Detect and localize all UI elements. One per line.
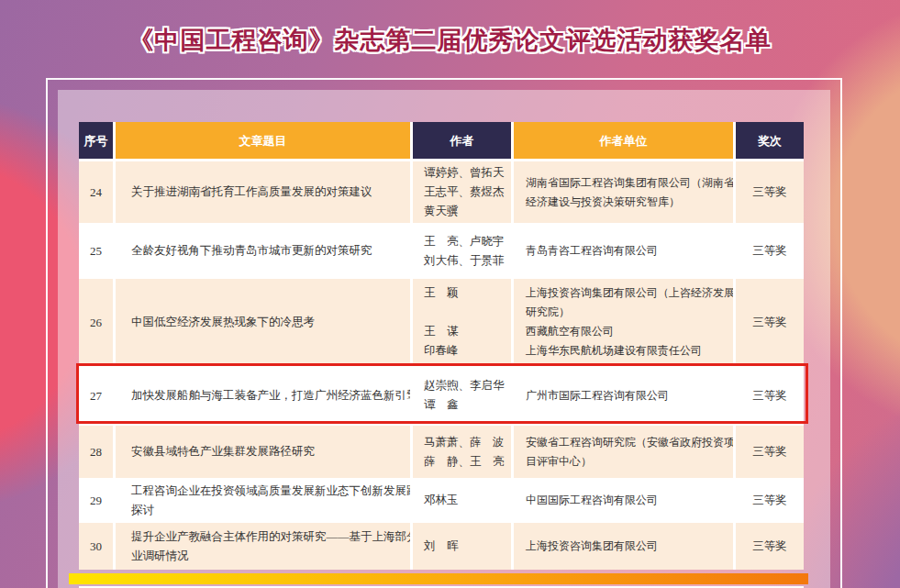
author-organization: 湖南省国际工程咨询集团有限公司（湖南省 经济建设与投资决策研究智库）: [514, 161, 733, 223]
award-level: 三等奖: [736, 226, 804, 276]
table-row-25: 25 全龄友好视角下推动青岛市城市更新的对策研究 王 亮、卢晓宇 刘大伟、于景菲…: [79, 226, 804, 276]
article-title: 关于推进湖南省托育工作高质量发展的对策建议: [116, 161, 410, 223]
table-row-30: 30 提升企业产教融合主体作用的对策研究——基于上海部分企 业调研情况 刘 晖 …: [79, 523, 804, 570]
row-number: 26: [79, 279, 113, 365]
row-number: 25: [79, 226, 113, 276]
table-row-28: 28 安徽县域特色产业集群发展路径研究 马萧萧、薛 波 薛 静、王 亮 安徽省工…: [79, 426, 804, 478]
article-title: 中国低空经济发展热现象下的冷思考: [116, 279, 410, 365]
bottom-gradient-bar: [69, 573, 808, 584]
table-row-26: 26 中国低空经济发展热现象下的冷思考 王 颖 王 谋 印春峰 上海投资咨询集团…: [79, 279, 804, 365]
author-organization: 安徽省工程咨询研究院（安徽省政府投资项 目评审中心）: [514, 426, 733, 478]
award-level: 三等奖: [736, 426, 804, 478]
authors: 王 亮、卢晓宇 刘大伟、于景菲: [413, 226, 511, 276]
article-title: 全龄友好视角下推动青岛市城市更新的对策研究: [116, 226, 410, 276]
authors: 刘 晖: [413, 523, 511, 570]
header-authors: 作者: [413, 122, 511, 159]
table-row-29: 29 工程咨询企业在投资领域高质量发展新业态下创新发展路径 探讨 邓林玉 中国国…: [79, 481, 804, 520]
row-number: 24: [79, 161, 113, 223]
award-level: 三等奖: [736, 481, 804, 520]
header-article-title: 文章题目: [116, 122, 410, 159]
authors: 邓林玉: [413, 481, 511, 520]
header-author-organization: 作者单位: [514, 122, 733, 159]
author-organization: 上海投资咨询集团有限公司（上咨经济发展 研究院） 西藏航空有限公司 上海华东民航…: [514, 279, 733, 365]
award-level: 三等奖: [736, 161, 804, 223]
row-number: 29: [79, 481, 113, 520]
page-title: 《中国工程咨询》杂志第二届优秀论文评选活动获奖名单: [0, 24, 900, 57]
author-organization: 中国国际工程咨询有限公司: [514, 481, 733, 520]
article-title: 提升企业产教融合主体作用的对策研究——基于上海部分企 业调研情况: [116, 523, 410, 570]
awards-table: 序号 文章题目 作者 作者单位 奖次 24 关于推进湖南省托育工作高质量发展的对…: [79, 122, 804, 570]
authors: 马萧萧、薛 波 薛 静、王 亮: [413, 426, 511, 478]
header-serial-number: 序号: [79, 122, 113, 159]
row-number: 30: [79, 523, 113, 570]
author-organization: 青岛青咨工程咨询有限公司: [514, 226, 733, 276]
row-number: 28: [79, 426, 113, 478]
table-row-24: 24 关于推进湖南省托育工作高质量发展的对策建议 谭婷婷、曾拓天 王志平、蔡煜杰…: [79, 161, 804, 223]
article-title: 工程咨询企业在投资领域高质量发展新业态下创新发展路径 探讨: [116, 481, 410, 520]
authors: 谭婷婷、曾拓天 王志平、蔡煜杰 黄天骥: [413, 161, 511, 223]
article-title: 安徽县域特色产业集群发展路径研究: [116, 426, 410, 478]
award-level: 三等奖: [736, 279, 804, 365]
award-level: 三等奖: [736, 523, 804, 570]
author-organization: 上海投资咨询集团有限公司: [514, 523, 733, 570]
table-header-row: 序号 文章题目 作者 作者单位 奖次: [79, 122, 804, 159]
authors: 王 颖 王 谋 印春峰: [413, 279, 511, 365]
award-list-page: 《中国工程咨询》杂志第二届优秀论文评选活动获奖名单 序号 文章题目 作者 作者单…: [0, 0, 900, 588]
highlight-box: [76, 363, 808, 424]
header-award-level: 奖次: [736, 122, 804, 159]
